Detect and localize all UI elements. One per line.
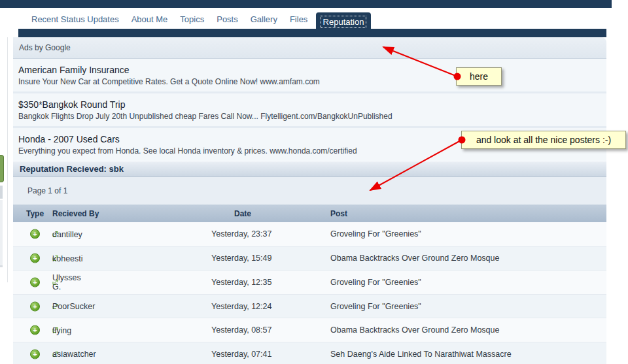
table-header: Type Recieved By Date Post [13,205,606,222]
reputation-date: Yesterday, 12:35 [211,278,271,287]
top-navy-strip [0,0,612,8]
post-title-link[interactable]: Groveling For "Greenies" [330,229,421,239]
post-title-link[interactable]: Obama Backtracks Over Ground Zero Mosque [330,254,499,263]
username: koheesti [52,254,83,263]
username: Ulysses G. [52,273,81,291]
user-profile-link[interactable]: asiawatcher [52,351,58,357]
clipped-green-fragment [0,155,4,182]
user-profile-link[interactable]: flying [52,327,58,333]
user-profile-link[interactable]: PoorSucker [52,303,58,309]
column-header-date: Date [234,209,251,218]
annotation-note-text: here [470,71,488,82]
post-title-link[interactable]: Obama Backtracks Over Ground Zero Mosque [330,325,499,335]
tab-posts[interactable]: Posts [217,14,238,24]
post-title-link[interactable]: Groveling For "Greenies" [330,302,421,311]
reputation-date: Yesterday, 12:24 [211,302,271,311]
section-title: Reputation Recieved: sbk [13,161,606,177]
column-header-received-by: Recieved By [52,209,99,218]
user-profile-link[interactable]: koheesti [52,256,58,261]
ads-by-google-label: Ads by Google [13,37,606,59]
annotation-note-posters: and look at all the nice posters :-) [461,131,626,149]
tab-bar-underline [18,29,606,37]
google-ad: $350*Bangkok Round Trip Bangkok Flights … [13,93,606,128]
annotation-note-text: and look at all the nice posters :-) [476,135,611,145]
reputation-row: flying Yesterday, 08:57 Obama Backtracks… [13,318,606,342]
user-profile-link[interactable]: Ulysses G. [52,279,58,285]
username: asiawatcher [52,350,96,359]
positive-reputation-icon [30,229,40,239]
reputation-row: koheesti Yesterday, 15:49 Obama Backtrac… [13,246,606,271]
tab-topics[interactable]: Topics [180,14,204,24]
clipped-gray-fragment [0,186,3,199]
reputation-row: asiawatcher Yesterday, 07:41 Seh Daeng's… [13,342,606,364]
tab-files[interactable]: Files [290,14,307,24]
user-profile-link[interactable]: dantilley [52,231,58,237]
ad-description: Bangkok Flights Drop July 20th Unpublish… [18,112,606,121]
reputation-date: Yesterday, 07:41 [211,350,271,359]
reputation-date: Yesterday, 23:37 [211,229,271,239]
reputation-date: Yesterday, 08:57 [211,325,271,335]
annotation-note-here: here [456,67,502,86]
profile-tab-bar: Recent Status UpdatesAbout MeTopicsPosts… [31,9,307,29]
tab-recent-status-updates[interactable]: Recent Status Updates [31,14,119,24]
username: PoorSucker [52,302,95,311]
positive-reputation-icon [30,254,40,263]
reputation-date: Yesterday, 15:49 [211,254,271,263]
tab-gallery[interactable]: Gallery [251,14,277,24]
ad-title-link[interactable]: $350*Bangkok Round Trip [18,99,606,110]
post-title-link[interactable]: Groveling For "Greenies" [330,278,421,287]
column-header-post: Post [330,209,347,218]
ad-description: Insure Your New Car at Competitive Rates… [18,77,606,86]
reputation-row: dantilley Yesterday, 23:37 Groveling For… [13,222,606,246]
post-title-link[interactable]: Seh Daeng's Aide Linked To Narathiwat Ma… [330,350,512,359]
username: flying [52,325,71,335]
reputation-table-body: dantilley Yesterday, 23:37 Groveling For… [13,222,606,364]
reputation-row: PoorSucker Yesterday, 12:24 Groveling Fo… [13,294,606,318]
positive-reputation-icon [30,325,40,335]
active-tab-label: Reputation [321,16,366,27]
positive-reputation-icon [30,349,40,359]
reputation-row: Ulysses G. Yesterday, 12:35 Groveling Fo… [13,270,606,294]
column-header-type: Type [26,209,44,218]
clipped-panel-fragment [0,200,3,267]
page-indicator: Page 1 of 1 [13,177,606,205]
clipped-left-border [7,37,8,282]
google-ad: American Family Insurance Insure Your Ne… [13,59,606,93]
username: dantilley [52,229,82,239]
positive-reputation-icon [30,277,40,287]
reputation-panel: Ads by Google American Family Insurance … [13,37,606,364]
ad-title-link[interactable]: American Family Insurance [18,65,606,75]
tab-about-me[interactable]: About Me [131,14,168,24]
positive-reputation-icon [30,301,40,311]
